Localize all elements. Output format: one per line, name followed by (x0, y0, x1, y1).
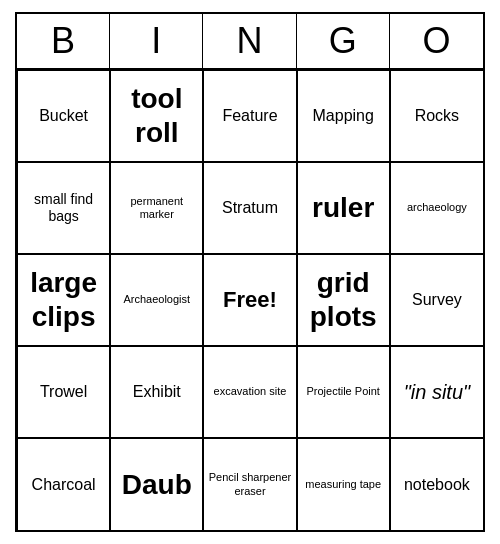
bingo-cell-19: "in situ" (390, 346, 483, 438)
bingo-cell-24: notebook (390, 438, 483, 530)
bingo-grid: Buckettool rollFeatureMappingRockssmall … (17, 70, 483, 530)
bingo-cell-3: Mapping (297, 70, 390, 162)
bingo-cell-10: large clips (17, 254, 110, 346)
bingo-cell-5: small find bags (17, 162, 110, 254)
bingo-cell-14: Survey (390, 254, 483, 346)
bingo-cell-1: tool roll (110, 70, 203, 162)
bingo-cell-11: Archaeologist (110, 254, 203, 346)
bingo-header: BINGO (17, 14, 483, 70)
bingo-cell-18: Projectile Point (297, 346, 390, 438)
bingo-cell-17: excavation site (203, 346, 296, 438)
header-letter: B (17, 14, 110, 68)
header-letter: G (297, 14, 390, 68)
bingo-cell-16: Exhibit (110, 346, 203, 438)
bingo-cell-6: permanent marker (110, 162, 203, 254)
bingo-cell-9: archaeology (390, 162, 483, 254)
bingo-card: BINGO Buckettool rollFeatureMappingRocks… (15, 12, 485, 532)
bingo-cell-13: grid plots (297, 254, 390, 346)
bingo-cell-2: Feature (203, 70, 296, 162)
header-letter: O (390, 14, 483, 68)
bingo-cell-23: measuring tape (297, 438, 390, 530)
bingo-cell-21: Daub (110, 438, 203, 530)
bingo-cell-4: Rocks (390, 70, 483, 162)
bingo-cell-12: Free! (203, 254, 296, 346)
bingo-cell-22: Pencil sharpener eraser (203, 438, 296, 530)
bingo-cell-0: Bucket (17, 70, 110, 162)
header-letter: I (110, 14, 203, 68)
bingo-cell-15: Trowel (17, 346, 110, 438)
bingo-cell-20: Charcoal (17, 438, 110, 530)
header-letter: N (203, 14, 296, 68)
bingo-cell-8: ruler (297, 162, 390, 254)
bingo-cell-7: Stratum (203, 162, 296, 254)
